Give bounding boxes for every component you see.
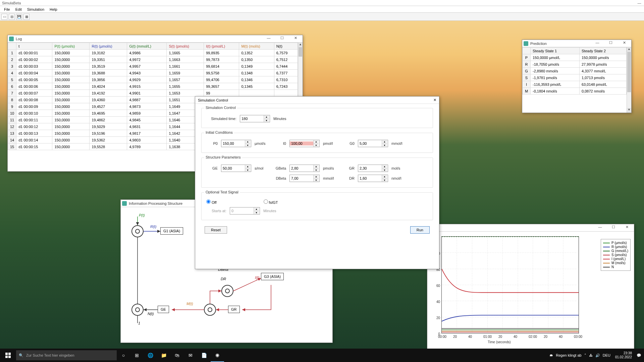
cell-i[interactable]: 99,3657 (204, 83, 239, 90)
spin-down-icon[interactable]: ▼ (245, 169, 250, 172)
pred-key[interactable]: S (523, 74, 531, 81)
pred-scrollbar[interactable]: ▲ ▼ (627, 47, 631, 113)
cell-p[interactable]: 150,0000 (52, 83, 90, 90)
chart-maximize-icon[interactable]: ☐ (608, 225, 619, 231)
cell-g[interactable]: 4,9803 (127, 137, 167, 143)
cell-r[interactable]: 19,4192 (90, 90, 127, 97)
cell-m[interactable]: 0,1352 (239, 50, 274, 56)
pred-s2[interactable]: 0,0872 nmol/s (580, 88, 627, 95)
row-num[interactable]: 10 (8, 110, 16, 117)
i0-spinner[interactable]: ▲▼ (289, 140, 320, 147)
cell-n[interactable]: 6,7310 (274, 76, 298, 83)
table-row[interactable]: 4 d1 00:00:04 150,0000 19,3688 4,9943 1,… (8, 70, 298, 76)
spin-down-icon[interactable]: ▼ (314, 144, 319, 147)
pred-scroll-thumb[interactable] (627, 52, 631, 92)
table-row[interactable]: 5 d1 00:00:05 150,0000 19,3856 4,9929 1,… (8, 76, 298, 83)
dbeta-spinner[interactable]: ▲▼ (289, 175, 320, 182)
spin-up-icon[interactable]: ▲ (245, 140, 250, 144)
reset-button[interactable]: Reset (205, 226, 227, 234)
row-num[interactable]: 9 (8, 103, 16, 110)
spin-up-icon[interactable]: ▲ (382, 140, 387, 144)
tray-lang-icon[interactable]: DEU (603, 353, 610, 357)
cell-s[interactable]: 1,1661 (167, 63, 204, 70)
cell-g[interactable]: 4,9915 (127, 83, 167, 90)
log-minimize-icon[interactable]: — (263, 36, 274, 42)
cell-t[interactable]: d1 00:00:01 (16, 50, 52, 56)
tray-volume-icon[interactable]: 🔊 (595, 353, 600, 358)
table-row[interactable]: G -2,8980 mmol/s 4,3377 mmol/L (523, 68, 627, 74)
cell-r[interactable]: 19,4527 (90, 103, 127, 110)
cell-r[interactable]: 19,5528 (90, 143, 127, 150)
cell-p[interactable]: 150,0000 (52, 117, 90, 123)
cell-r[interactable]: 19,3182 (90, 50, 127, 56)
cell-g[interactable]: 4,9831 (127, 123, 167, 130)
pred-s1[interactable]: -0,1804 nmol/s (531, 88, 580, 95)
taskbar-clock[interactable]: 23:38 01.02.2022 (613, 351, 634, 359)
cell-s[interactable]: 1,1653 (167, 90, 204, 97)
toolbar-save-icon[interactable]: 💾 (16, 14, 22, 20)
cell-s[interactable]: 1,1657 (167, 76, 204, 83)
cell-t[interactable]: d1 00:00:09 (16, 103, 52, 110)
explorer-icon[interactable]: 📁 (157, 349, 170, 362)
cell-i[interactable]: 99 (204, 90, 239, 97)
tray-chevron-icon[interactable]: ˄ (584, 353, 586, 358)
cell-n[interactable]: 6,7512 (274, 56, 298, 63)
pred-header-s1[interactable]: Steady State 1 (531, 48, 580, 54)
ge-input[interactable] (221, 166, 245, 170)
taskview-icon[interactable]: ⊞ (130, 349, 144, 362)
spin-down-icon[interactable]: ▼ (254, 211, 259, 215)
cell-g[interactable]: 4,9986 (127, 50, 167, 56)
cell-p[interactable]: 150,0000 (52, 70, 90, 76)
table-row[interactable]: I -116,3593 pmol/L 63,0148 pmol/L (523, 81, 627, 88)
cell-g[interactable]: 4,9859 (127, 110, 167, 117)
gr-input[interactable] (358, 166, 382, 170)
simulabeta-taskbar-icon[interactable]: ◉ (211, 349, 224, 362)
taskbar-search[interactable]: 🔍 Zur Suche Text hier eingeben (16, 350, 117, 360)
dbeta-input[interactable] (290, 176, 313, 180)
toolbar-open-icon[interactable]: ▤ (9, 14, 15, 20)
log-close-icon[interactable]: ✕ (290, 36, 301, 42)
cell-n[interactable]: 6,7377 (274, 70, 298, 76)
pred-header-s2[interactable]: Steady State 2 (580, 48, 627, 54)
cell-m[interactable]: 0,1346 (239, 76, 274, 83)
cell-p[interactable]: 150,0000 (52, 137, 90, 143)
cell-p[interactable]: 150,0000 (52, 130, 90, 137)
row-num[interactable]: 8 (8, 97, 16, 103)
toolbar-new-icon[interactable]: ▭ (1, 14, 7, 20)
spin-down-icon[interactable]: ▼ (382, 169, 387, 172)
log-maximize-icon[interactable]: ☐ (276, 36, 288, 42)
starts-spinner[interactable]: ▲▼ (230, 207, 260, 215)
row-num[interactable]: 5 (8, 76, 16, 83)
cell-p[interactable]: 150,0000 (52, 123, 90, 130)
cell-g[interactable]: 4,9957 (127, 63, 167, 70)
cell-t[interactable]: d1 00:00:07 (16, 90, 52, 97)
gbeta-input[interactable] (290, 166, 313, 170)
table-row[interactable]: 3 d1 00:00:03 150,0000 19,3519 4,9957 1,… (8, 63, 298, 70)
cell-t[interactable]: d1 00:00:11 (16, 117, 52, 123)
pred-key[interactable]: P (523, 54, 531, 61)
cell-t[interactable]: d1 00:00:15 (16, 143, 52, 150)
cell-r[interactable]: 19,4695 (90, 110, 127, 117)
cell-t[interactable]: d1 00:00:08 (16, 97, 52, 103)
log-header-i[interactable]: I(t) (pmol/L) (204, 43, 239, 50)
starts-input[interactable] (230, 209, 254, 213)
cell-n[interactable] (274, 90, 298, 97)
i0-input[interactable] (290, 141, 313, 145)
dr-input[interactable] (358, 176, 382, 180)
cell-t[interactable]: d1 00:00:04 (16, 70, 52, 76)
pred-s1[interactable]: -18,7050 µmol/s (531, 61, 580, 68)
cell-s[interactable]: 1,1659 (167, 70, 204, 76)
pred-key[interactable]: I (523, 81, 531, 88)
dr-spinner[interactable]: ▲▼ (358, 175, 388, 182)
prediction-minimize-icon[interactable]: — (592, 41, 603, 47)
spin-up-icon[interactable]: ▲ (264, 115, 269, 119)
toolbar-run-icon[interactable]: ▦ (23, 14, 30, 20)
spin-up-icon[interactable]: ▲ (382, 165, 387, 169)
table-row[interactable]: M -0,1804 nmol/s 0,0872 nmol/s (523, 88, 627, 95)
cell-i[interactable]: 99,8935 (204, 50, 239, 56)
menu-edit[interactable]: Edit (13, 7, 24, 12)
notifications-icon[interactable]: 💬 (637, 353, 641, 358)
log-header-n[interactable]: N(t) (274, 43, 298, 50)
menu-help[interactable]: Help (47, 7, 60, 12)
sim-close-icon[interactable]: ✕ (433, 98, 436, 102)
